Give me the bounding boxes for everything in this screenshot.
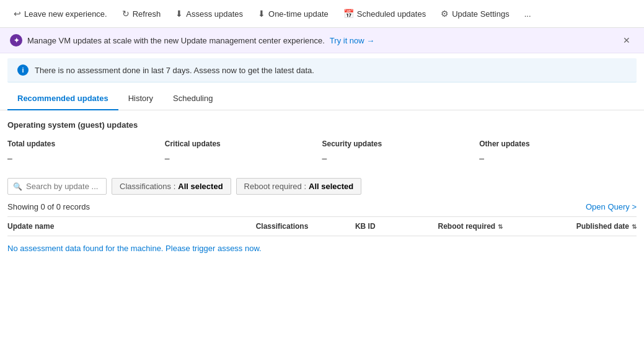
leave-experience-label: Leave new experience. <box>24 9 107 19</box>
onetime-update-button[interactable]: ⬇ One-time update <box>252 5 335 22</box>
stat-security-label: Security updates <box>322 140 480 148</box>
reboot-label: Reboot required : <box>244 182 306 191</box>
assess-updates-button[interactable]: ⬇ Assess updates <box>169 5 249 22</box>
classifications-value: All selected <box>178 182 223 191</box>
th-published-date[interactable]: Published date ⇅ <box>537 222 637 231</box>
stat-security-value: – <box>322 153 480 163</box>
tab-scheduling[interactable]: Scheduling <box>163 87 223 110</box>
toolbar: ↩ Leave new experience. ↻ Refresh ⬇ Asse… <box>0 0 644 28</box>
stats-row: Total updates – Critical updates – Secur… <box>7 140 637 163</box>
th-reboot-required[interactable]: Reboot required ⇅ <box>438 222 537 231</box>
classifications-filter[interactable]: Classifications : All selected <box>112 178 231 195</box>
open-query-link[interactable]: Open Query > <box>586 202 637 211</box>
stat-critical-value: – <box>165 153 322 163</box>
leave-icon: ↩ <box>14 9 21 19</box>
th-classifications: Classifications <box>256 222 355 231</box>
scheduled-label: Scheduled updates <box>357 9 426 19</box>
stat-other-updates: Other updates – <box>479 140 637 163</box>
onetime-label: One-time update <box>268 9 329 19</box>
purple-banner-text: Manage VM updates at scale with the new … <box>27 36 325 45</box>
scheduled-icon: 📅 <box>343 9 354 19</box>
search-input[interactable] <box>26 182 100 191</box>
refresh-icon: ↻ <box>122 9 130 19</box>
onetime-icon: ⬇ <box>258 9 265 19</box>
tab-recommended[interactable]: Recommended updates <box>7 87 118 110</box>
section-title: Operating system (guest) updates <box>7 120 637 130</box>
more-options-button[interactable]: ... <box>518 6 537 22</box>
info-icon: i <box>17 64 29 76</box>
th-kb-id: KB ID <box>355 222 438 231</box>
classifications-label: Classifications : <box>120 182 175 191</box>
published-sort-icon: ⇅ <box>632 223 637 230</box>
more-label: ... <box>524 9 531 19</box>
table-body: No assessment data found for the machine… <box>7 236 637 260</box>
records-count: Showing 0 of 0 records <box>7 202 90 211</box>
th-update-name: Update name <box>7 222 256 231</box>
tabs-container: Recommended updates History Scheduling <box>0 87 644 110</box>
try-it-now-link[interactable]: Try it now → <box>330 36 374 45</box>
stat-critical-label: Critical updates <box>165 140 322 148</box>
stat-total-label: Total updates <box>7 140 165 148</box>
no-data-message: No assessment data found for the machine… <box>7 244 262 253</box>
settings-label: Update Settings <box>452 9 509 19</box>
table-header: Update name Classifications KB ID Reboot… <box>7 216 637 236</box>
reboot-filter[interactable]: Reboot required : All selected <box>236 178 362 195</box>
settings-icon: ⚙ <box>441 9 449 19</box>
reboot-sort-icon: ⇅ <box>498 223 503 230</box>
stat-security-updates: Security updates – <box>322 140 480 163</box>
purple-banner: ✦ Manage VM updates at scale with the ne… <box>0 28 644 53</box>
records-bar: Showing 0 of 0 records Open Query > <box>7 202 637 211</box>
stat-total-updates: Total updates – <box>7 140 165 163</box>
stat-total-value: – <box>7 153 165 163</box>
update-settings-button[interactable]: ⚙ Update Settings <box>434 5 516 22</box>
purple-banner-content: ✦ Manage VM updates at scale with the ne… <box>10 34 374 47</box>
stat-other-label: Other updates <box>479 140 637 148</box>
leave-experience-button[interactable]: ↩ Leave new experience. <box>7 5 113 22</box>
refresh-label: Refresh <box>133 9 161 19</box>
scheduled-updates-button[interactable]: 📅 Scheduled updates <box>337 5 432 22</box>
main-content: Operating system (guest) updates Total u… <box>0 110 644 270</box>
search-box[interactable]: 🔍 <box>7 178 107 195</box>
info-banner-text: There is no assessment done in last 7 da… <box>35 66 314 75</box>
refresh-button[interactable]: ↻ Refresh <box>116 5 167 22</box>
filter-bar: 🔍 Classifications : All selected Reboot … <box>7 178 637 195</box>
table-container: Update name Classifications KB ID Reboot… <box>7 216 637 260</box>
tab-history[interactable]: History <box>118 87 163 110</box>
stat-other-value: – <box>479 153 637 163</box>
assess-icon: ⬇ <box>175 9 183 19</box>
stat-critical-updates: Critical updates – <box>165 140 322 163</box>
search-icon: 🔍 <box>13 182 22 191</box>
purple-icon: ✦ <box>10 34 22 47</box>
info-banner: i There is no assessment done in last 7 … <box>7 58 637 82</box>
no-data-row: No assessment data found for the machine… <box>7 236 637 260</box>
reboot-value: All selected <box>309 182 353 191</box>
assess-label: Assess updates <box>186 9 243 19</box>
purple-banner-close-button[interactable]: ✕ <box>619 34 634 47</box>
